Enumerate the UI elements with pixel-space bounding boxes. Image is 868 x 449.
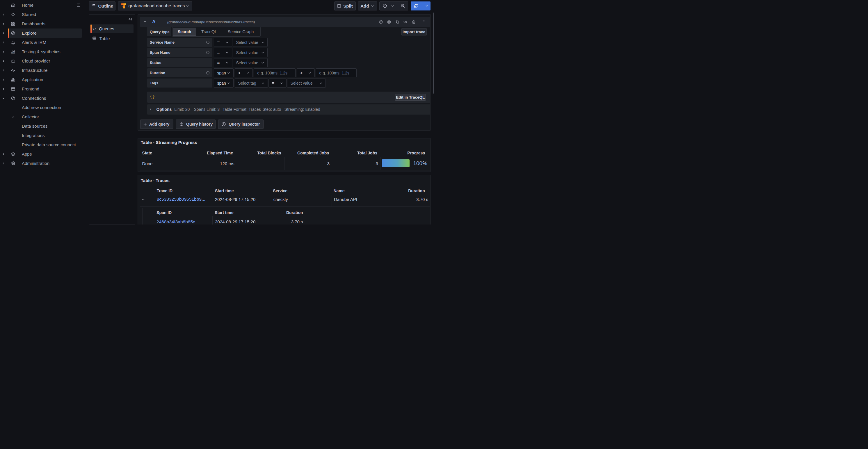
svg-text:k6: k6 (12, 52, 14, 53)
